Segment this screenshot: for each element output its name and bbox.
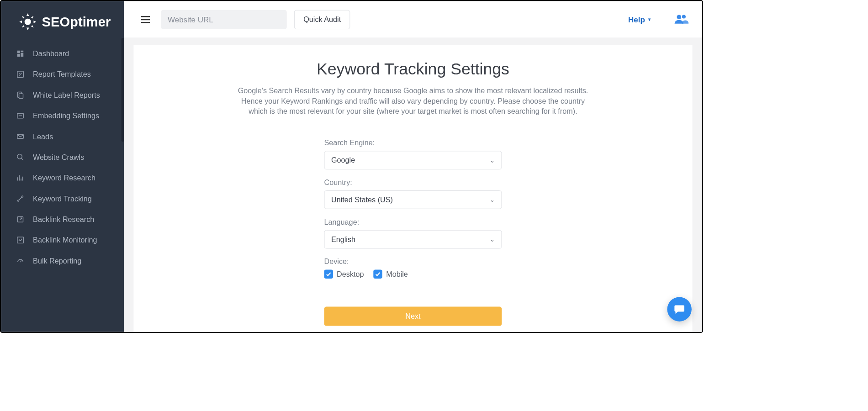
sidebar-item-backlink-monitoring[interactable]: Backlink Monitoring xyxy=(1,230,124,250)
sidebar-item-label: Backlink Monitoring xyxy=(33,236,97,244)
gauge-icon xyxy=(16,256,25,265)
line-chart-icon xyxy=(16,236,25,244)
sidebar-item-label: Dashboard xyxy=(33,49,69,58)
country-select[interactable]: United States (US) ⌄ xyxy=(324,190,502,209)
language-label: Language: xyxy=(324,218,502,227)
next-button[interactable]: Next xyxy=(324,306,502,326)
svg-rect-2 xyxy=(21,51,23,53)
svg-line-21 xyxy=(21,260,21,262)
website-url-input[interactable] xyxy=(161,10,286,29)
settings-card: Keyword Tracking Settings Google's Searc… xyxy=(133,45,692,332)
device-desktop-checkbox[interactable] xyxy=(324,269,333,278)
search-engine-label: Search Engine: xyxy=(324,139,502,148)
page-title: Keyword Tracking Settings xyxy=(156,59,670,78)
sidebar-item-website-crawls[interactable]: Website Crawls xyxy=(1,147,124,168)
svg-point-26 xyxy=(682,15,686,18)
topbar: Quick Audit Help ▼ xyxy=(124,1,702,38)
sidebar-scrollbar[interactable] xyxy=(122,38,124,142)
sidebar-item-label: Backlink Research xyxy=(33,215,94,224)
chevron-down-icon: ⌄ xyxy=(490,157,495,163)
search-engine-value: Google xyxy=(331,156,355,164)
svg-point-25 xyxy=(677,15,681,19)
sidebar-item-label: Leads xyxy=(33,132,53,141)
search-engine-select[interactable]: Google ⌄ xyxy=(324,151,502,169)
quick-audit-button[interactable]: Quick Audit xyxy=(294,10,350,29)
brand-logo[interactable]: SEOptimer xyxy=(1,1,124,43)
gear-arrows-icon xyxy=(17,11,38,32)
sidebar-item-leads[interactable]: Leads xyxy=(1,126,124,147)
copy-icon xyxy=(16,90,25,99)
svg-point-16 xyxy=(18,200,19,201)
svg-rect-4 xyxy=(17,54,20,57)
caret-down-icon: ▼ xyxy=(647,17,652,22)
device-label: Device: xyxy=(324,258,502,266)
sidebar-item-keyword-tracking[interactable]: Keyword Tracking xyxy=(1,188,124,209)
country-value: United States (US) xyxy=(331,195,393,204)
sidebar-item-keyword-research[interactable]: Keyword Research xyxy=(1,168,124,188)
sidebar-item-label: Embedding Settings xyxy=(33,111,99,120)
help-dropdown[interactable]: Help ▼ xyxy=(628,15,651,24)
svg-point-10 xyxy=(17,154,22,159)
sidebar-item-label: Bulk Reporting xyxy=(33,257,81,265)
sidebar-item-embedding-settings[interactable]: Embedding Settings xyxy=(1,105,124,126)
bar-chart-icon xyxy=(16,174,25,182)
edit-icon xyxy=(16,70,25,79)
sidebar-item-bulk-reporting[interactable]: Bulk Reporting xyxy=(1,250,124,271)
device-desktop-label: Desktop xyxy=(337,270,364,279)
svg-rect-1 xyxy=(17,51,20,53)
sidebar-item-label: Report Templates xyxy=(33,70,91,79)
search-icon xyxy=(16,153,25,162)
content-area: Keyword Tracking Settings Google's Searc… xyxy=(124,38,702,332)
country-label: Country: xyxy=(324,178,502,187)
language-value: English xyxy=(331,235,355,244)
envelope-icon xyxy=(16,132,25,141)
sidebar-nav: Dashboard Report Templates White Label R… xyxy=(1,43,124,271)
sidebar-item-label: Keyword Research xyxy=(33,174,95,182)
sidebar-item-white-label-reports[interactable]: White Label Reports xyxy=(1,84,124,105)
help-label: Help xyxy=(628,15,645,24)
brand-name: SEOptimer xyxy=(42,14,111,30)
main: Quick Audit Help ▼ Keyword Tracking Sett… xyxy=(124,1,702,332)
page-description: Google's Search Results vary by country … xyxy=(235,85,591,116)
dashboard-icon xyxy=(16,49,25,58)
sidebar-item-backlink-research[interactable]: Backlink Research xyxy=(1,209,124,230)
sidebar-item-dashboard[interactable]: Dashboard xyxy=(1,43,124,64)
language-select[interactable]: English ⌄ xyxy=(324,230,502,249)
chevron-down-icon: ⌄ xyxy=(490,196,495,203)
sidebar: SEOptimer Dashboard Report Templates Whi… xyxy=(1,1,124,332)
svg-rect-3 xyxy=(21,53,23,57)
svg-line-18 xyxy=(19,197,22,200)
device-mobile-checkbox[interactable] xyxy=(374,269,382,278)
sidebar-item-label: Website Crawls xyxy=(33,153,84,162)
external-link-icon xyxy=(16,215,25,224)
embed-icon xyxy=(16,111,25,120)
referrals-icon[interactable] xyxy=(674,13,688,26)
svg-line-11 xyxy=(21,158,23,160)
device-mobile-label: Mobile xyxy=(386,270,408,279)
svg-point-0 xyxy=(25,19,31,25)
sidebar-item-report-templates[interactable]: Report Templates xyxy=(1,64,124,84)
settings-form: Search Engine: Google ⌄ Country: United … xyxy=(324,139,502,326)
sidebar-item-label: Keyword Tracking xyxy=(33,195,92,203)
chevron-down-icon: ⌄ xyxy=(490,236,495,242)
trend-icon xyxy=(16,194,25,203)
sidebar-item-label: White Label Reports xyxy=(33,91,100,100)
chat-launcher[interactable] xyxy=(667,297,691,321)
svg-rect-6 xyxy=(19,94,23,98)
menu-toggle-button[interactable] xyxy=(138,11,154,28)
svg-point-17 xyxy=(22,196,23,197)
